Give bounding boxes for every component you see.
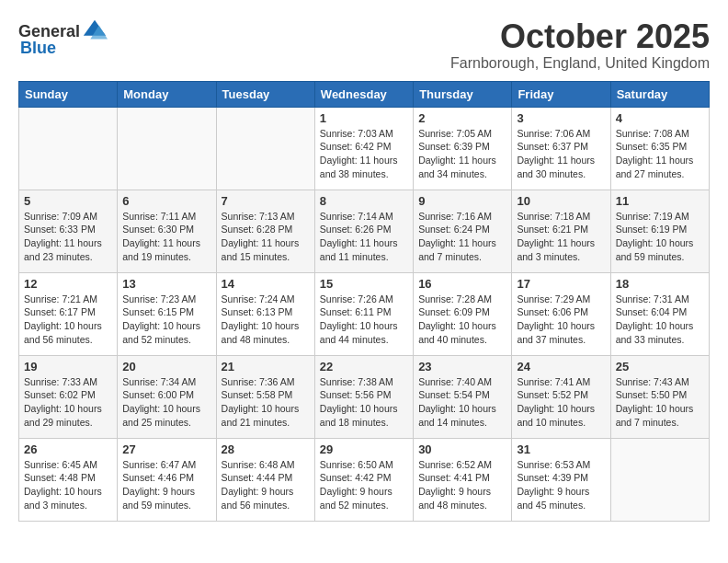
day-number: 31	[517, 442, 605, 456]
day-info: Sunrise: 7:05 AM Sunset: 6:39 PM Dayligh…	[418, 127, 506, 181]
day-info: Sunrise: 7:29 AM Sunset: 6:06 PM Dayligh…	[517, 293, 605, 347]
calendar-cell: 7Sunrise: 7:13 AM Sunset: 6:28 PM Daylig…	[216, 190, 314, 272]
day-number: 19	[24, 360, 112, 373]
day-number: 29	[320, 442, 408, 456]
day-info: Sunrise: 7:40 AM Sunset: 5:54 PM Dayligh…	[418, 375, 506, 430]
day-number: 26	[24, 442, 112, 456]
day-info: Sunrise: 6:48 AM Sunset: 4:44 PM Dayligh…	[222, 458, 310, 512]
day-number: 21	[222, 360, 310, 373]
calendar-cell	[19, 107, 118, 190]
day-info: Sunrise: 6:52 AM Sunset: 4:41 PM Dayligh…	[418, 458, 506, 512]
calendar-cell: 26Sunrise: 6:45 AM Sunset: 4:48 PM Dayli…	[19, 438, 118, 521]
day-info: Sunrise: 7:41 AM Sunset: 5:52 PM Dayligh…	[517, 375, 605, 430]
day-number: 14	[222, 277, 310, 291]
day-number: 23	[418, 360, 506, 373]
day-info: Sunrise: 6:53 AM Sunset: 4:39 PM Dayligh…	[517, 458, 605, 512]
day-number: 1	[320, 111, 408, 125]
calendar-cell: 22Sunrise: 7:38 AM Sunset: 5:56 PM Dayli…	[314, 355, 413, 438]
page-header: General Blue October 2025 Farnborough, E…	[18, 18, 710, 72]
weekday-header: Monday	[118, 81, 216, 107]
day-info: Sunrise: 7:03 AM Sunset: 6:42 PM Dayligh…	[320, 127, 408, 181]
day-info: Sunrise: 7:43 AM Sunset: 5:50 PM Dayligh…	[616, 375, 704, 430]
day-info: Sunrise: 7:34 AM Sunset: 6:00 PM Dayligh…	[122, 375, 210, 430]
calendar-header: SundayMondayTuesdayWednesdayThursdayFrid…	[19, 81, 710, 107]
logo-icon	[82, 18, 108, 44]
day-info: Sunrise: 7:08 AM Sunset: 6:35 PM Dayligh…	[616, 127, 704, 181]
weekday-header: Thursday	[414, 81, 512, 107]
calendar-cell: 27Sunrise: 6:47 AM Sunset: 4:46 PM Dayli…	[118, 438, 216, 521]
day-number: 17	[517, 277, 605, 291]
day-info: Sunrise: 7:06 AM Sunset: 6:37 PM Dayligh…	[517, 127, 605, 181]
calendar-cell: 31Sunrise: 6:53 AM Sunset: 4:39 PM Dayli…	[512, 438, 610, 521]
day-number: 13	[122, 277, 210, 291]
day-number: 7	[222, 194, 310, 208]
calendar-cell: 11Sunrise: 7:19 AM Sunset: 6:19 PM Dayli…	[610, 190, 709, 272]
day-number: 2	[418, 111, 506, 125]
day-number: 9	[418, 194, 506, 208]
day-number: 28	[222, 442, 310, 456]
calendar-cell: 30Sunrise: 6:52 AM Sunset: 4:41 PM Dayli…	[414, 438, 512, 521]
day-info: Sunrise: 7:23 AM Sunset: 6:15 PM Dayligh…	[122, 293, 210, 347]
calendar-table: SundayMondayTuesdayWednesdayThursdayFrid…	[18, 81, 710, 522]
day-number: 3	[517, 111, 605, 125]
day-info: Sunrise: 7:28 AM Sunset: 6:09 PM Dayligh…	[418, 293, 506, 347]
calendar-cell: 23Sunrise: 7:40 AM Sunset: 5:54 PM Dayli…	[414, 355, 512, 438]
calendar-cell: 2Sunrise: 7:05 AM Sunset: 6:39 PM Daylig…	[414, 107, 512, 190]
calendar-cell: 1Sunrise: 7:03 AM Sunset: 6:42 PM Daylig…	[314, 107, 413, 190]
calendar-week-row: 1Sunrise: 7:03 AM Sunset: 6:42 PM Daylig…	[19, 107, 710, 190]
weekday-header: Sunday	[19, 81, 118, 107]
day-number: 11	[616, 194, 704, 208]
calendar-cell: 25Sunrise: 7:43 AM Sunset: 5:50 PM Dayli…	[610, 355, 709, 438]
calendar-cell: 20Sunrise: 7:34 AM Sunset: 6:00 PM Dayli…	[118, 355, 216, 438]
day-number: 27	[122, 442, 210, 456]
day-number: 15	[320, 277, 408, 291]
calendar-cell: 6Sunrise: 7:11 AM Sunset: 6:30 PM Daylig…	[118, 190, 216, 272]
calendar-cell: 8Sunrise: 7:14 AM Sunset: 6:26 PM Daylig…	[314, 190, 413, 272]
day-number: 30	[418, 442, 506, 456]
logo-blue: Blue	[20, 39, 56, 58]
calendar-cell: 12Sunrise: 7:21 AM Sunset: 6:17 PM Dayli…	[19, 272, 118, 355]
calendar-cell	[610, 438, 709, 521]
weekday-header: Friday	[512, 81, 610, 107]
day-info: Sunrise: 7:18 AM Sunset: 6:21 PM Dayligh…	[517, 210, 605, 264]
day-info: Sunrise: 7:36 AM Sunset: 5:58 PM Dayligh…	[222, 375, 310, 430]
day-info: Sunrise: 7:24 AM Sunset: 6:13 PM Dayligh…	[222, 293, 310, 347]
day-number: 4	[616, 111, 704, 125]
calendar-cell: 18Sunrise: 7:31 AM Sunset: 6:04 PM Dayli…	[610, 272, 709, 355]
calendar-cell: 13Sunrise: 7:23 AM Sunset: 6:15 PM Dayli…	[118, 272, 216, 355]
day-info: Sunrise: 7:38 AM Sunset: 5:56 PM Dayligh…	[320, 375, 408, 430]
calendar-cell: 15Sunrise: 7:26 AM Sunset: 6:11 PM Dayli…	[314, 272, 413, 355]
day-info: Sunrise: 7:31 AM Sunset: 6:04 PM Dayligh…	[616, 293, 704, 347]
weekday-header: Wednesday	[314, 81, 413, 107]
calendar-cell: 5Sunrise: 7:09 AM Sunset: 6:33 PM Daylig…	[19, 190, 118, 272]
day-info: Sunrise: 7:09 AM Sunset: 6:33 PM Dayligh…	[24, 210, 112, 264]
day-number: 24	[517, 360, 605, 373]
calendar-cell: 10Sunrise: 7:18 AM Sunset: 6:21 PM Dayli…	[512, 190, 610, 272]
day-number: 8	[320, 194, 408, 208]
day-number: 20	[122, 360, 210, 373]
calendar-cell: 29Sunrise: 6:50 AM Sunset: 4:42 PM Dayli…	[314, 438, 413, 521]
calendar-cell: 17Sunrise: 7:29 AM Sunset: 6:06 PM Dayli…	[512, 272, 610, 355]
day-info: Sunrise: 6:47 AM Sunset: 4:46 PM Dayligh…	[122, 458, 210, 512]
day-info: Sunrise: 7:13 AM Sunset: 6:28 PM Dayligh…	[222, 210, 310, 264]
day-number: 12	[24, 277, 112, 291]
calendar-week-row: 12Sunrise: 7:21 AM Sunset: 6:17 PM Dayli…	[19, 272, 710, 355]
day-number: 25	[616, 360, 704, 373]
calendar-cell: 24Sunrise: 7:41 AM Sunset: 5:52 PM Dayli…	[512, 355, 610, 438]
weekday-header: Tuesday	[216, 81, 314, 107]
day-info: Sunrise: 7:14 AM Sunset: 6:26 PM Dayligh…	[320, 210, 408, 264]
logo: General Blue	[18, 18, 108, 58]
calendar-cell: 19Sunrise: 7:33 AM Sunset: 6:02 PM Dayli…	[19, 355, 118, 438]
title-block: October 2025 Farnborough, England, Unite…	[450, 18, 710, 72]
calendar-cell	[118, 107, 216, 190]
day-number: 18	[616, 277, 704, 291]
day-info: Sunrise: 7:11 AM Sunset: 6:30 PM Dayligh…	[122, 210, 210, 264]
day-info: Sunrise: 6:50 AM Sunset: 4:42 PM Dayligh…	[320, 458, 408, 512]
calendar-week-row: 19Sunrise: 7:33 AM Sunset: 6:02 PM Dayli…	[19, 355, 710, 438]
day-number: 10	[517, 194, 605, 208]
calendar-cell	[216, 107, 314, 190]
day-number: 6	[122, 194, 210, 208]
day-info: Sunrise: 6:45 AM Sunset: 4:48 PM Dayligh…	[24, 458, 112, 512]
calendar-week-row: 26Sunrise: 6:45 AM Sunset: 4:48 PM Dayli…	[19, 438, 710, 521]
weekday-header: Saturday	[610, 81, 709, 107]
